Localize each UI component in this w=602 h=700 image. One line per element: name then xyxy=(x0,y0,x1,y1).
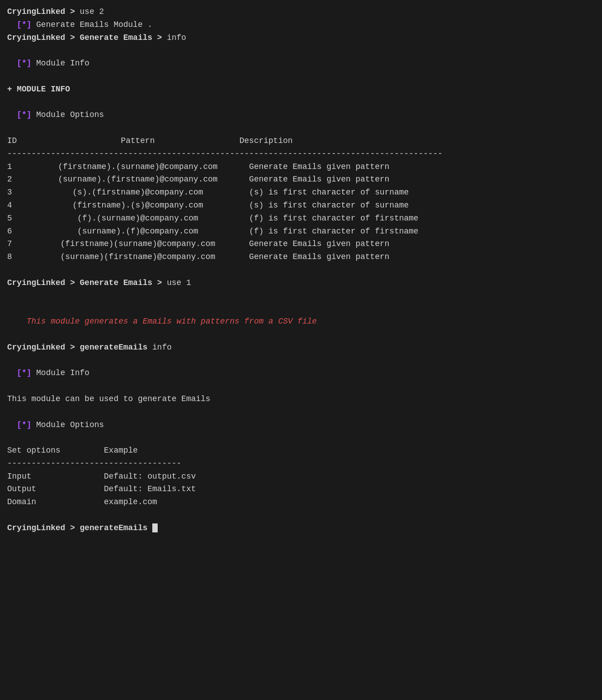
line-2: [*] Generate Emails Module . xyxy=(7,18,595,31)
pattern-5: (f).(surname)@company.com xyxy=(26,212,249,225)
blank-4 xyxy=(7,121,595,134)
line-module-options: [*] Module Options xyxy=(7,108,595,121)
blank-10 xyxy=(7,380,595,393)
pattern-1: (firstname).(surname)@company.com xyxy=(26,160,249,173)
opt-col-example: Example xyxy=(104,446,138,455)
module-label-3: generateEmails xyxy=(80,343,147,352)
desc-1: Generate Emails given pattern xyxy=(249,162,389,171)
pattern-2: (surname).(firstname)@company.com xyxy=(26,173,249,186)
desc-4: (s) is first character of surname xyxy=(249,201,408,210)
blank-11 xyxy=(7,406,595,419)
table-row-3: 3(s).(firstname)@company.com(s) is first… xyxy=(7,186,595,199)
table-divider: ----------------------------------------… xyxy=(7,147,595,160)
options-divider: ------------------------------------ xyxy=(7,457,595,470)
section-module-info-2: Module Info xyxy=(31,368,90,377)
line-final-prompt: CryingLinked > generateEmails xyxy=(7,522,595,535)
section-module-info: Module Info xyxy=(31,59,90,68)
table-row-7: 7(firstname)(surname)@company.comGenerat… xyxy=(7,238,595,251)
line-module-options-2: [*] Module Options xyxy=(7,419,595,432)
col-pattern: Pattern xyxy=(36,134,240,147)
bracket-star-5: [*] xyxy=(17,420,31,429)
cmd-use1: use 1 xyxy=(167,278,191,287)
cursor xyxy=(152,523,158,532)
blank-1 xyxy=(7,44,595,57)
options-row-input: InputDefault: output.csv xyxy=(7,470,595,483)
cmd-use2: use 2 xyxy=(80,7,104,16)
id-6: 6 xyxy=(7,225,26,238)
table-row-6: 6(surname).(f)@company.com(f) is first c… xyxy=(7,225,595,238)
line-1: CryingLinked > use 2 xyxy=(7,5,595,18)
id-1: 1 xyxy=(7,160,26,173)
desc-7: Generate Emails given pattern xyxy=(249,239,389,248)
blank-5 xyxy=(7,264,595,277)
blank-7 xyxy=(7,302,595,315)
prompt-crying-1: CryingLinked xyxy=(7,7,65,16)
line-module-info-2: [*] Module Info xyxy=(7,367,595,380)
line-red-msg: This module generates a Emails with patt… xyxy=(7,315,595,328)
col-description: Description xyxy=(239,136,292,145)
id-5: 5 xyxy=(7,212,26,225)
prompt-crying-5: CryingLinked xyxy=(7,523,65,532)
prompt-crying-2: CryingLinked xyxy=(7,33,65,42)
opt-key-input: Input xyxy=(7,470,104,483)
module-info-header: + MODULE INFO xyxy=(7,85,70,94)
desc-5: (f) is first character of firstname xyxy=(249,214,418,223)
pattern-6: (surname).(f)@company.com xyxy=(26,225,249,238)
line-3: CryingLinked > Generate Emails > info xyxy=(7,31,595,44)
prompt-arrow-5: > xyxy=(152,278,167,287)
section-module-options: Module Options xyxy=(31,110,104,119)
blank-8 xyxy=(7,328,595,341)
table-row-1: 1(firstname).(surname)@company.comGenera… xyxy=(7,160,595,173)
red-message: This module generates a Emails with patt… xyxy=(26,317,317,326)
module-description: This module can be used to generate Emai… xyxy=(7,394,211,403)
prompt-space xyxy=(147,523,152,532)
desc-6: (f) is first character of firstname xyxy=(249,227,418,236)
pattern-3: (s).(firstname)@company.com xyxy=(26,186,249,199)
blank-6 xyxy=(7,290,595,302)
prompt-arrow-2: > xyxy=(65,33,80,42)
bracket-star-3: [*] xyxy=(17,110,31,119)
module-label-2: Generate Emails xyxy=(80,278,152,287)
blank-9 xyxy=(7,354,595,367)
section-module-options-2: Module Options xyxy=(31,420,104,429)
id-4: 4 xyxy=(7,199,26,212)
opt-key-output: Output xyxy=(7,483,104,496)
prompt-crying-3: CryingLinked xyxy=(7,278,65,287)
id-7: 7 xyxy=(7,238,26,251)
blank-3 xyxy=(7,96,595,109)
section-1: Generate Emails Module . xyxy=(31,20,152,29)
id-8: 8 xyxy=(7,251,26,264)
blank-12 xyxy=(7,431,595,444)
opt-val-input: Default: output.csv xyxy=(104,472,196,481)
table-header-row: IDPatternDescription xyxy=(7,134,595,147)
options-row-output: OutputDefault: Emails.txt xyxy=(7,483,595,496)
id-3: 3 xyxy=(7,186,26,199)
opt-val-output: Default: Emails.txt xyxy=(104,484,196,493)
options-header-row: Set optionsExample xyxy=(7,444,595,457)
opt-col-set: Set options xyxy=(7,444,104,457)
col-id: ID xyxy=(7,136,17,145)
prompt-arrow-3: > xyxy=(152,33,167,42)
module-label-final: generateEmails xyxy=(80,523,147,532)
pattern-4: (firstname).(s)@company.com xyxy=(26,199,249,212)
terminal: CryingLinked > use 2 [*] Generate Emails… xyxy=(7,5,595,535)
module-label-1: Generate Emails xyxy=(80,33,152,42)
opt-key-domain: Domain xyxy=(7,496,104,509)
line-generate-emails-info: CryingLinked > generateEmails info xyxy=(7,341,595,354)
id-2: 2 xyxy=(7,173,26,186)
line-module-info: [*] Module Info xyxy=(7,57,595,70)
line-module-desc: This module can be used to generate Emai… xyxy=(7,393,595,406)
bracket-star-1: [*] xyxy=(17,20,31,29)
opt-val-domain: example.com xyxy=(104,497,157,506)
cmd-info: info xyxy=(167,33,186,42)
table-row-5: 5(f).(surname)@company.com(f) is first c… xyxy=(7,212,595,225)
pattern-8: (surname)(firstname)@company.com xyxy=(26,251,249,264)
prompt-arrow-1: > xyxy=(65,7,80,16)
prompt-arrow-7: > xyxy=(65,523,80,532)
line-module-info-header: + MODULE INFO xyxy=(7,83,595,96)
prompt-arrow-6: > xyxy=(65,343,80,352)
bracket-star-4: [*] xyxy=(17,368,31,377)
line-use1: CryingLinked > Generate Emails > use 1 xyxy=(7,277,595,290)
desc-8: Generate Emails given pattern xyxy=(249,252,389,261)
desc-2: Generate Emails given pattern xyxy=(249,175,389,184)
